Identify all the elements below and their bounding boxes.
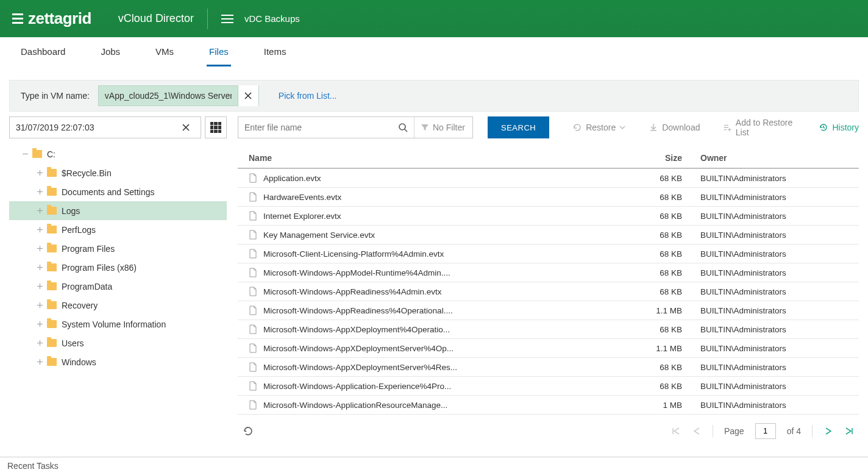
- menu-icon[interactable]: [221, 15, 233, 23]
- top-header: zettagrid vCloud Director vDC Backups: [0, 0, 868, 37]
- history-button[interactable]: History: [819, 123, 859, 132]
- breadcrumb[interactable]: vDC Backups: [244, 13, 300, 24]
- add-restore-list-button[interactable]: Add to Restore List: [723, 118, 800, 137]
- table-row[interactable]: Microsoft-Client-Licensing-Platform%4Adm…: [238, 245, 859, 263]
- next-page-button[interactable]: [824, 426, 833, 436]
- tab-jobs[interactable]: Jobs: [98, 37, 123, 66]
- search-box: No Filter: [238, 116, 473, 138]
- pager-divider: [713, 425, 713, 437]
- table-body[interactable]: Application.evtx68 KBBUILTIN\Administrat…: [238, 169, 859, 416]
- expand-icon[interactable]: [36, 302, 43, 309]
- vm-clear-button[interactable]: [238, 85, 258, 106]
- refresh-button[interactable]: [243, 426, 254, 437]
- tree-item[interactable]: Logs: [9, 201, 227, 220]
- chevron-down-icon: [619, 124, 625, 130]
- prev-page-button[interactable]: [692, 426, 702, 436]
- expand-icon[interactable]: [36, 188, 43, 196]
- vm-name-input[interactable]: [99, 91, 238, 101]
- expand-icon[interactable]: [36, 283, 43, 290]
- folder-icon: [47, 339, 57, 347]
- tree-label: Program Files (x86): [62, 263, 137, 273]
- expand-icon[interactable]: [36, 264, 43, 271]
- tab-items[interactable]: Items: [261, 37, 289, 66]
- tab-vms[interactable]: VMs: [153, 37, 176, 66]
- tab-files[interactable]: Files: [207, 37, 231, 66]
- page-label: Page: [724, 426, 744, 436]
- tree-item[interactable]: Documents and Settings: [9, 182, 227, 201]
- tree-item[interactable]: Recovery: [9, 296, 227, 315]
- file-name: Microsoft-Windows-AppXDeploymentServer%4…: [263, 344, 454, 353]
- tree-item[interactable]: $Recycle.Bin: [9, 163, 227, 182]
- tree-item[interactable]: Windows: [9, 352, 227, 371]
- download-label: Download: [662, 123, 700, 132]
- search-button[interactable]: SEARCH: [488, 116, 549, 138]
- last-page-button[interactable]: [844, 426, 854, 436]
- tree-item[interactable]: Users: [9, 334, 227, 352]
- right-pane: No Filter SEARCH Restore Download Add to…: [238, 116, 859, 443]
- expand-icon[interactable]: [36, 321, 43, 328]
- file-toolbar: No Filter SEARCH Restore Download Add to…: [238, 116, 859, 138]
- restore-point-clear[interactable]: [182, 124, 190, 131]
- collapse-icon[interactable]: [21, 151, 29, 158]
- table-row[interactable]: Microsoft-Windows-ApplicationResourceMan…: [238, 396, 859, 415]
- file-name: Microsoft-Windows-AppXDeployment%4Operat…: [263, 325, 450, 334]
- restore-button[interactable]: Restore: [572, 123, 625, 132]
- col-header-owner[interactable]: Owner: [700, 153, 859, 163]
- add-restore-label: Add to Restore List: [736, 118, 801, 137]
- search-icon-button[interactable]: [392, 117, 414, 138]
- table-row[interactable]: Microsoft-Windows-AppXDeployment%4Operat…: [238, 320, 859, 339]
- file-owner: BUILTIN\Administrators: [700, 287, 859, 296]
- tree-item[interactable]: Program Files: [9, 239, 227, 258]
- file-icon: [249, 362, 257, 372]
- download-button[interactable]: Download: [649, 123, 700, 132]
- file-icon: [249, 324, 257, 334]
- filter-button[interactable]: No Filter: [414, 117, 472, 138]
- col-header-size[interactable]: Size: [639, 153, 700, 163]
- pick-from-list-link[interactable]: Pick from List...: [279, 91, 337, 101]
- app-title: vCloud Director: [105, 12, 194, 25]
- tree-item[interactable]: System Volume Information: [9, 315, 227, 334]
- tree-label: Recovery: [62, 301, 98, 310]
- first-icon: [672, 427, 680, 435]
- col-header-name[interactable]: Name: [249, 153, 639, 163]
- refresh-icon: [243, 426, 254, 437]
- folder-icon: [47, 358, 57, 366]
- tab-dashboard[interactable]: Dashboard: [18, 37, 68, 66]
- restore-point-input[interactable]: 31/07/2019 22:07:03: [9, 116, 201, 138]
- table-row[interactable]: Key Management Service.evtx68 KBBUILTIN\…: [238, 226, 859, 245]
- table-row[interactable]: Microsoft-Windows-AppXDeploymentServer%4…: [238, 358, 859, 377]
- page-input[interactable]: [755, 423, 776, 439]
- file-icon: [249, 400, 257, 410]
- file-size: 1.1 MB: [639, 344, 700, 353]
- file-size: 1 MB: [639, 401, 700, 410]
- table-row[interactable]: Microsoft-Windows-AppReadiness%4Operatio…: [238, 301, 859, 320]
- tree-item[interactable]: Program Files (x86): [9, 258, 227, 277]
- tree-item[interactable]: PerfLogs: [9, 220, 227, 239]
- table-row[interactable]: Internet Explorer.evtx68 KBBUILTIN\Admin…: [238, 207, 859, 226]
- calendar-button[interactable]: [205, 116, 227, 138]
- tree-item[interactable]: ProgramData: [9, 277, 227, 296]
- main-tabs: DashboardJobsVMsFilesItems: [0, 37, 868, 66]
- file-icon: [249, 173, 257, 183]
- expand-icon[interactable]: [36, 207, 43, 215]
- file-icon: [249, 268, 257, 277]
- search-input[interactable]: [238, 117, 392, 138]
- expand-icon[interactable]: [36, 170, 43, 177]
- expand-icon[interactable]: [36, 245, 43, 252]
- pager-divider: [812, 425, 813, 437]
- first-page-button[interactable]: [671, 426, 681, 436]
- file-icon: [249, 381, 257, 391]
- expand-icon[interactable]: [36, 226, 43, 234]
- restore-icon: [572, 123, 582, 132]
- table-row[interactable]: Microsoft-Windows-AppModel-Runtime%4Admi…: [238, 263, 859, 282]
- table-row[interactable]: Microsoft-Windows-AppReadiness%4Admin.ev…: [238, 282, 859, 301]
- left-pane: 31/07/2019 22:07:03 C:$Recycle.BinDocume…: [9, 116, 227, 443]
- table-row[interactable]: HardwareEvents.evtx68 KBBUILTIN\Administ…: [238, 188, 859, 207]
- recent-tasks-panel[interactable]: Recent Tasks: [0, 457, 868, 475]
- table-row[interactable]: Microsoft-Windows-Application-Experience…: [238, 377, 859, 396]
- expand-icon[interactable]: [36, 340, 43, 347]
- tree-root[interactable]: C:: [9, 145, 227, 163]
- expand-icon[interactable]: [36, 359, 43, 366]
- table-row[interactable]: Application.evtx68 KBBUILTIN\Administrat…: [238, 169, 859, 188]
- table-row[interactable]: Microsoft-Windows-AppXDeploymentServer%4…: [238, 339, 859, 358]
